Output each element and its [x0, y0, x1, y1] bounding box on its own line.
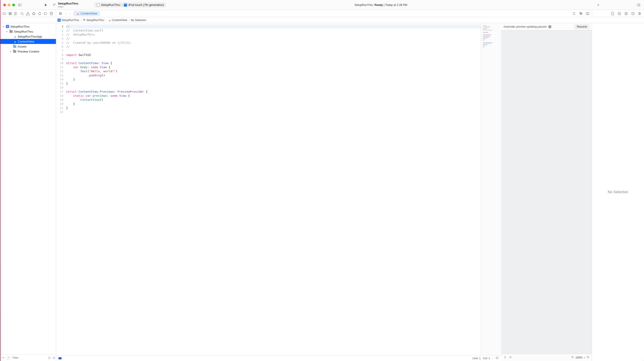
gutter-line[interactable]: 15	[56, 82, 64, 86]
symbol-navigator-icon[interactable]	[14, 12, 18, 16]
breakpoint-toggle[interactable]	[58, 357, 62, 359]
gutter-line[interactable]: 17	[56, 90, 64, 94]
gutter-line[interactable]: 4	[56, 37, 64, 41]
tree-item-contentview[interactable]: ContentView	[0, 39, 56, 44]
code-line[interactable]: import SwiftUI	[66, 53, 481, 57]
breadcrumb-segment[interactable]: No Selection	[131, 19, 146, 22]
run-button[interactable]	[43, 2, 48, 8]
code-line[interactable]: ContentView()	[66, 98, 481, 102]
code-line[interactable]: }	[66, 78, 481, 82]
breadcrumb-segment[interactable]: ContentView	[108, 19, 127, 22]
related-items-button[interactable]	[58, 12, 64, 15]
preview-list-icon[interactable]	[509, 355, 512, 359]
pin-preview-icon[interactable]	[504, 355, 506, 359]
nav-forward-button[interactable]: ›	[68, 12, 72, 15]
code-line[interactable]: // ContentView.swift	[66, 29, 481, 33]
code-line[interactable]: //	[66, 45, 481, 49]
source-control-navigator-icon[interactable]	[8, 12, 12, 16]
gutter-line[interactable]: 6	[56, 45, 64, 49]
code-line[interactable]: }	[66, 102, 481, 106]
code-area[interactable]: //// ContentView.swift// SetupRunThru///…	[65, 23, 481, 355]
disclosure-triangle-icon[interactable]: ▾	[6, 30, 8, 33]
find-navigator-icon[interactable]	[20, 12, 24, 16]
zoom-in-icon[interactable]	[586, 355, 590, 359]
zoom-value[interactable]: 100%	[576, 356, 582, 359]
breadcrumb-segment[interactable]: SetupRunThru	[83, 18, 104, 22]
tree-item-setuprunthruapp[interactable]: SetupRunThruApp	[0, 34, 56, 39]
gutter-line[interactable]: 20	[56, 102, 64, 106]
gutter-line[interactable]: 22	[56, 110, 64, 114]
code-line[interactable]: struct ContentView: View {	[66, 61, 481, 65]
code-line[interactable]: var body: some View {	[66, 65, 481, 69]
gutter-line[interactable]: 8	[56, 53, 64, 57]
preview-canvas[interactable]	[501, 30, 592, 354]
code-line[interactable]: .padding()	[66, 73, 481, 78]
code-line[interactable]	[66, 49, 481, 53]
gutter-line[interactable]: 18	[56, 94, 64, 98]
zoom-window-button[interactable]	[12, 4, 15, 6]
tab-contentview[interactable]: ContentView	[73, 11, 100, 16]
gutter-line[interactable]: 3	[56, 33, 64, 37]
add-files-button[interactable]: +	[2, 356, 4, 360]
toggle-debug-area-icon[interactable]	[495, 356, 499, 360]
toggle-right-panel-button[interactable]	[636, 2, 641, 8]
gutter-line[interactable]: 13	[56, 73, 64, 78]
history-inspector-icon[interactable]	[617, 12, 621, 16]
attributes-inspector-icon[interactable]	[638, 12, 642, 16]
code-line[interactable]: //	[66, 25, 481, 29]
tree-item-preview-content[interactable]: ▸Preview Content	[0, 49, 56, 54]
test-navigator-icon[interactable]	[32, 12, 36, 16]
gutter-line[interactable]: 9	[56, 57, 64, 61]
code-line[interactable]	[66, 110, 481, 114]
help-inspector-icon[interactable]: ?	[631, 12, 635, 16]
add-editor-icon[interactable]	[586, 12, 590, 16]
report-navigator-icon[interactable]	[49, 12, 54, 16]
zoom-out-icon[interactable]	[571, 355, 574, 359]
gutter-line[interactable]: 16	[56, 86, 64, 90]
code-scroll[interactable]: 12345678910111213141516171819202122 ////…	[56, 23, 501, 355]
scheme-project-block[interactable]: SetupRunThru main	[53, 2, 78, 8]
code-line[interactable]: static var previews: some View {	[66, 94, 481, 98]
gutter-line[interactable]: 14	[56, 78, 64, 82]
minimize-window-button[interactable]	[8, 4, 10, 6]
file-inspector-icon[interactable]	[610, 12, 614, 16]
issue-navigator-icon[interactable]	[26, 12, 30, 16]
code-line[interactable]: Text("Hello, world!")	[66, 69, 481, 73]
recent-files-icon[interactable]	[48, 356, 51, 359]
gutter-line[interactable]: 10	[56, 61, 64, 65]
tree-item-setuprunthru[interactable]: ▾⚙SetupRunThru	[0, 24, 56, 29]
close-window-button[interactable]	[3, 4, 6, 6]
disclosure-triangle-icon[interactable]: ▾	[2, 25, 4, 28]
tree-item-assets[interactable]: Assets	[0, 44, 56, 49]
chevron-down-icon[interactable]: ▾	[584, 356, 585, 359]
info-icon[interactable]: i	[548, 25, 552, 28]
filter-input[interactable]	[12, 356, 46, 359]
code-line[interactable]	[66, 86, 481, 90]
code-line[interactable]: // Created by user208560 on 2/27/22.	[66, 41, 481, 45]
gutter-line[interactable]: 21	[56, 106, 64, 110]
code-line[interactable]: struct ContentView_Previews: PreviewProv…	[66, 90, 481, 94]
resume-button[interactable]: Resume	[574, 25, 590, 29]
disclosure-triangle-icon[interactable]: ▸	[9, 50, 12, 53]
breakpoint-navigator-icon[interactable]	[44, 12, 48, 16]
gutter-line[interactable]: 11	[56, 65, 64, 69]
project-navigator-icon[interactable]	[2, 12, 6, 16]
code-line[interactable]: // SetupRunThru	[66, 33, 481, 37]
gutter-line[interactable]: 5	[56, 41, 64, 45]
nav-back-button[interactable]: ‹	[64, 12, 68, 15]
toggle-left-panel-button[interactable]	[17, 2, 23, 8]
breadcrumb-segment[interactable]: ⚙SetupRunThru	[58, 19, 79, 22]
code-line[interactable]: //	[66, 37, 481, 41]
add-button[interactable]	[596, 2, 601, 8]
adjust-editor-icon[interactable]	[579, 12, 583, 16]
scm-filter-icon[interactable]	[52, 356, 56, 359]
gutter-line[interactable]: 2	[56, 29, 64, 33]
code-line[interactable]: }	[66, 106, 481, 110]
scheme-selector[interactable]: SetupRunThru › iPod touch (7th generatio…	[94, 2, 166, 8]
minimap[interactable]	[481, 23, 501, 355]
editor-options-icon[interactable]	[572, 12, 576, 16]
gutter-line[interactable]: 7	[56, 49, 64, 53]
filter-scope-button[interactable]	[6, 356, 11, 359]
gutter-line[interactable]: 12	[56, 69, 64, 73]
code-line[interactable]: }	[66, 82, 481, 86]
